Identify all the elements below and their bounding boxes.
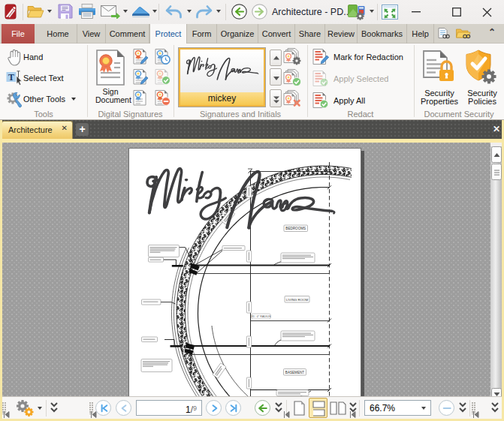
svg-text:T: T <box>8 72 14 83</box>
svg-text:LIVING ROOM: LIVING ROOM <box>286 298 309 302</box>
svg-text:BEDROOMS: BEDROOMS <box>285 227 306 230</box>
svg-text:BASEMENT: BASEMENT <box>285 371 304 374</box>
svg-text:35'- 0" RADIUS: 35'- 0" RADIUS <box>251 315 271 318</box>
